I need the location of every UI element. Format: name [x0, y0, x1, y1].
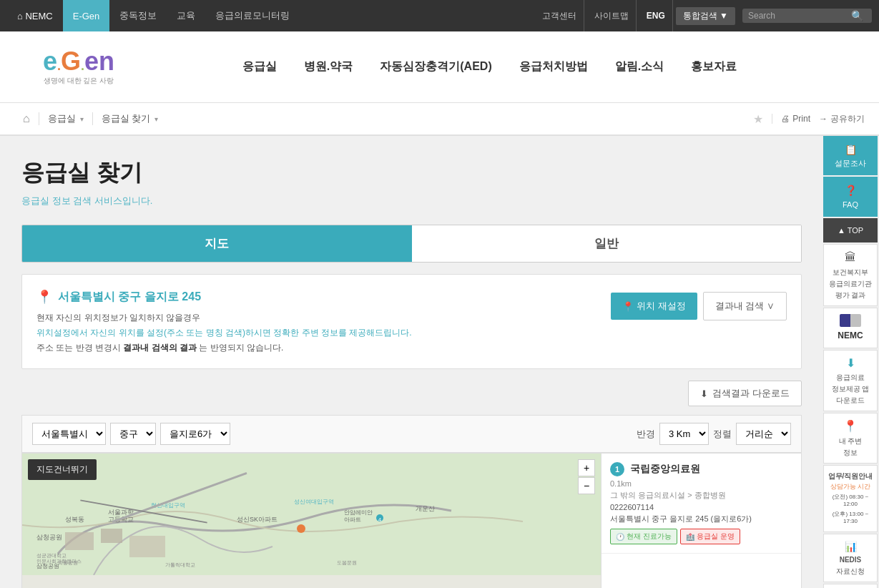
nav-first-aid[interactable]: 응급처치방법: [516, 54, 591, 80]
sort-select[interactable]: 거리순: [736, 423, 791, 445]
nemc-card[interactable]: NEMC: [823, 308, 878, 348]
result-hospital-name[interactable]: 국립중앙의료원: [630, 463, 700, 476]
map-skip-button[interactable]: 지도건너뛰기: [28, 459, 97, 480]
svg-text:성복동: 성복동: [65, 516, 84, 523]
logo-g: G: [61, 46, 81, 76]
search-input[interactable]: [748, 11, 848, 21]
app-label2: 정보제공 앱: [832, 384, 870, 393]
result-address: 서울특별시 중구 을지로 245 (을지로6가): [610, 514, 792, 524]
clock-icon: 🕐: [616, 533, 624, 541]
svg-text:성균관대학교: 성균관대학교: [36, 553, 67, 559]
survey-label: 설문조사: [835, 158, 866, 168]
svg-text:삼청공원: 삼청공원: [36, 563, 59, 569]
svg-rect-3: [129, 536, 165, 557]
range-select[interactable]: 3 Km: [659, 423, 709, 445]
search-bar: 🔍: [742, 9, 872, 23]
share-button[interactable]: → 공유하기: [819, 113, 865, 125]
logo-image: e.G.en 생명에 대한 깊은 사랑: [29, 49, 129, 86]
download-icon-sidebar: ⬇: [846, 356, 855, 371]
nearby-card[interactable]: 📍 내 주변 정보: [823, 413, 878, 464]
nedis-card[interactable]: 📊 NEDIS 자료신청: [823, 534, 878, 582]
print-button[interactable]: 🖨 Print: [772, 114, 810, 124]
tab-map[interactable]: 지도: [22, 225, 412, 262]
bookmark-icon[interactable]: ★: [753, 112, 763, 126]
badge-available-label: 현재 진료가능: [627, 531, 672, 542]
district-select[interactable]: 중구: [110, 423, 156, 445]
language-link[interactable]: ENG: [639, 0, 673, 31]
download-button[interactable]: ⬇ 검색결과 다운로드: [688, 381, 802, 406]
result-number: 1: [610, 462, 624, 476]
svg-text:현선대입구역: 현선대입구역: [151, 502, 185, 509]
svg-text:개운산: 개운산: [416, 505, 435, 512]
print-label: Print: [792, 114, 810, 124]
search-result-label: 결과내 검색 ∨: [715, 300, 775, 313]
breadcrumb-home[interactable]: ⌂: [14, 112, 39, 125]
welfare-card[interactable]: 🏛 보건복지부 응급의료기관 평가 결과: [823, 244, 878, 306]
top-nav-jungdok[interactable]: 중독정보: [109, 0, 167, 31]
location-address: 서울특별시 중구 을지로 245: [58, 290, 201, 305]
search-button[interactable]: 🔍: [848, 10, 866, 21]
badge-operating-label: 응급실 운영: [697, 531, 735, 542]
top-nav-education[interactable]: 교육: [167, 0, 205, 31]
result-header: 1 국립중앙의료원: [610, 462, 792, 476]
location-note: 주소 또는 반경 변경시 결과내 검색의 결과 는 반영되지 않습니다.: [36, 342, 412, 354]
zoom-out-button[interactable]: −: [578, 477, 595, 494]
faq-button[interactable]: ❓ FAQ: [823, 177, 878, 216]
sitemap-link[interactable]: 사이트맵: [587, 0, 637, 31]
breadcrumb-find[interactable]: 응급실 찾기 ▾: [92, 112, 167, 125]
staff-hours: 상담가능 시간: [830, 483, 871, 491]
nemc-link[interactable]: ⌂ NEMC: [7, 0, 63, 31]
svg-text:아파트: 아파트: [344, 516, 361, 523]
nav-news[interactable]: 알림.소식: [612, 54, 667, 80]
result-phone: 0222607114: [610, 503, 792, 511]
top-nav-monitoring[interactable]: 응급의료모니터링: [205, 0, 300, 31]
city-select[interactable]: 서울특별시: [32, 423, 106, 445]
result-distance: 0.1km: [610, 479, 792, 488]
svg-text:고등학교: 고등학교: [108, 516, 134, 523]
location-title: 📍 서울특별시 중구 을지로 245: [36, 289, 412, 305]
nav-emergency-room[interactable]: 응급실: [240, 54, 280, 80]
svg-text:도봄문원: 도봄문원: [337, 560, 357, 566]
staff-card[interactable]: 업무/직원안내 상담가능 시간 (오전) 08:30 ~ 12:00 (오후) …: [823, 465, 878, 531]
status-badge-available: 🕐 현재 진료가능: [610, 529, 677, 544]
location-pin-icon: 📍: [36, 289, 52, 305]
top-button[interactable]: ▲ TOP: [823, 218, 878, 242]
breadcrumb-emergency[interactable]: 응급실 ▾: [39, 112, 92, 125]
page-subtitle: 응급실 정보 검색 서비스입니다.: [21, 195, 802, 207]
map-zoom-controls: + −: [578, 459, 595, 494]
nav-hospital-pharmacy[interactable]: 병원.약국: [301, 54, 355, 80]
search-result-button[interactable]: 결과내 검색 ∨: [703, 292, 787, 320]
svg-text:가톨릭대학교: 가톨릭대학교: [165, 562, 195, 568]
staff-label: 업무/직원안내: [828, 471, 873, 481]
result-list: 1 국립중앙의료원 0.1km 그 밖의 응급의료시설 > 종합병원 02226…: [601, 454, 801, 588]
app-download-card[interactable]: ⬇ 응급의료 정보제공 앱 다운로드: [823, 350, 878, 412]
welfare-sub: 응급의료기관: [829, 279, 872, 288]
site-logo[interactable]: e.G.en 생명에 대한 깊은 사랑: [29, 49, 129, 86]
top-nav-egen[interactable]: E-Gen: [63, 0, 110, 31]
location-icon: 📍: [622, 301, 634, 312]
breadcrumb-find-label: 응급실 찾기: [102, 112, 151, 125]
nemc-logo-bar: [840, 314, 861, 327]
logo-en: en: [84, 46, 114, 76]
customer-center-link[interactable]: 고객센터: [535, 0, 584, 31]
integrated-search-button[interactable]: 통합검색 ▼: [676, 7, 735, 25]
location-reset-button[interactable]: 📍 위치 재설정: [611, 293, 697, 320]
breadcrumb-emergency-label: 응급실: [48, 112, 76, 125]
street-select[interactable]: 을지로6가: [160, 423, 230, 445]
content-area: 응급실 찾기 응급실 정보 검색 서비스입니다. 지도 일반 📍 서울특별시 중…: [0, 136, 823, 588]
nav-pr-materials[interactable]: 홍보자료: [688, 54, 740, 80]
nav-aed[interactable]: 자동심장충격기(AED): [377, 54, 494, 80]
location-buttons: 📍 위치 재설정 결과내 검색 ∨: [611, 289, 787, 320]
moonlight-card[interactable]: 🌙 달빛 어린이병원: [823, 584, 878, 588]
faq-icon: ❓: [845, 184, 857, 197]
breadcrumb-actions: ★ 🖨 Print → 공유하기: [753, 112, 865, 126]
app-label3: 다운로드: [836, 396, 865, 405]
location-reset-label: 위치 재설정: [637, 300, 686, 313]
breadcrumb: ⌂ 응급실 ▾ 응급실 찾기 ▾ ★ 🖨 Print → 공유하기: [0, 103, 879, 136]
zoom-in-button[interactable]: +: [578, 459, 595, 476]
survey-button[interactable]: 📋 설문조사: [823, 136, 878, 175]
staff-pm: (오후) 13:00 ~ 17:30: [827, 511, 874, 526]
top-navigation: ⌂ NEMC E-Gen 중독정보 교육 응급의료모니터링 고객센터 사이트맵 …: [0, 0, 879, 31]
share-label: 공유하기: [830, 113, 865, 125]
tab-general[interactable]: 일반: [412, 225, 802, 262]
